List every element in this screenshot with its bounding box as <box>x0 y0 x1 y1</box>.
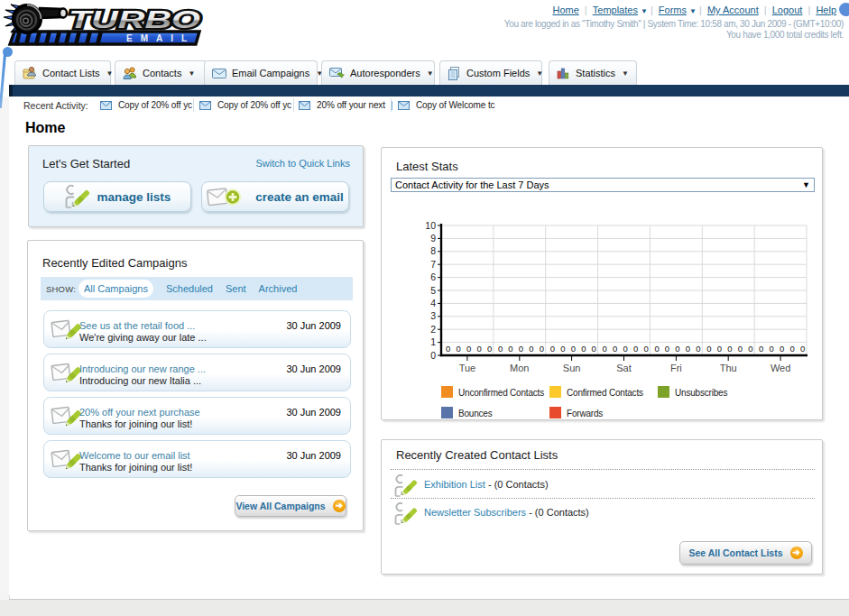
svg-text:Forwards: Forwards <box>567 409 603 418</box>
svg-text:1: 1 <box>430 336 436 347</box>
svg-text:00000: 00000 <box>654 344 706 354</box>
svg-text:Thu: Thu <box>720 363 737 373</box>
svg-text:8: 8 <box>430 245 436 256</box>
svg-text:00000: 00000 <box>446 344 497 354</box>
svg-text:Bounces: Bounces <box>458 409 493 418</box>
svg-text:00000: 00000 <box>759 344 810 354</box>
svg-text:10: 10 <box>425 220 436 231</box>
svg-text:Unsubscribes: Unsubscribes <box>675 388 727 398</box>
svg-text:Wed: Wed <box>771 363 790 373</box>
svg-text:Confirmed Contacts: Confirmed Contacts <box>567 388 643 398</box>
svg-text:7: 7 <box>430 259 436 270</box>
svg-text:Tue: Tue <box>459 363 476 373</box>
svg-text:Sat: Sat <box>616 363 632 373</box>
svg-text:0: 0 <box>430 350 436 361</box>
svg-text:4: 4 <box>430 298 436 308</box>
svg-text:5: 5 <box>430 285 436 296</box>
svg-text:Fri: Fri <box>670 363 682 373</box>
svg-text:00000: 00000 <box>706 344 758 354</box>
svg-text:2: 2 <box>430 324 436 335</box>
svg-text:00000: 00000 <box>498 344 549 354</box>
svg-text:EMAIL: EMAIL <box>126 33 195 43</box>
svg-text:9: 9 <box>430 233 436 244</box>
svg-text:6: 6 <box>430 271 436 282</box>
svg-text:3: 3 <box>430 310 436 321</box>
svg-text:Sun: Sun <box>563 363 581 373</box>
svg-text:Unconfirmed Contacts: Unconfirmed Contacts <box>458 388 544 398</box>
svg-text:00000: 00000 <box>603 344 654 354</box>
svg-text:00000: 00000 <box>550 344 602 354</box>
svg-text:TURBO: TURBO <box>69 6 200 33</box>
svg-text:Mon: Mon <box>510 363 529 373</box>
